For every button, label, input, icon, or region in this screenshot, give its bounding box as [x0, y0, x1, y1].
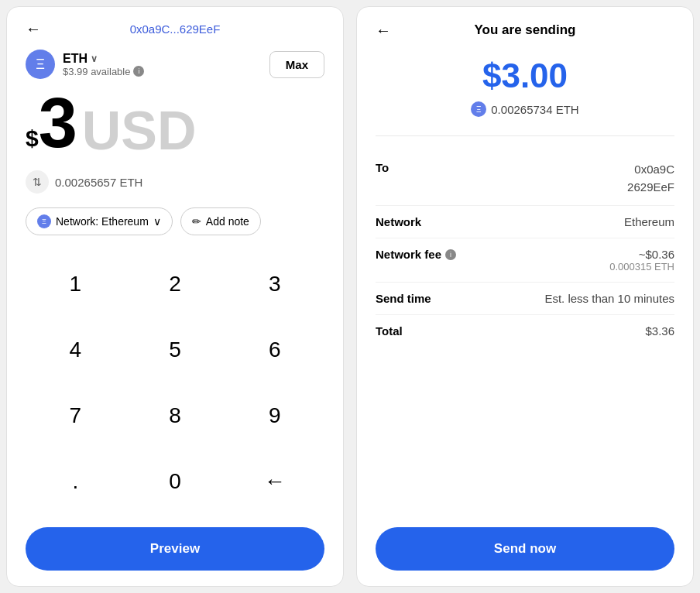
key-2[interactable]: 2 [125, 251, 225, 317]
key-8[interactable]: 8 [125, 383, 225, 449]
to-row: To 0x0a9C 2629EeF [376, 152, 674, 206]
send-time-value: Est. less than 10 minutes [544, 292, 674, 305]
key-6[interactable]: 6 [225, 317, 324, 382]
preview-button[interactable]: Preview [26, 527, 324, 571]
key-5[interactable]: 5 [125, 317, 225, 382]
total-row: Total $3.36 [376, 315, 674, 347]
fee-value: ~$0.36 [609, 248, 674, 261]
amount-display: $ 3 USD [26, 88, 324, 163]
fee-row: Network fee i ~$0.36 0.000315 ETH [376, 238, 674, 283]
network-detail-label: Network [376, 215, 421, 228]
token-left: Ξ ETH ∨ $3.99 available i [26, 50, 144, 79]
key-1[interactable]: 1 [26, 251, 125, 317]
right-header: ← You are sending [376, 22, 674, 38]
total-label: Total [376, 324, 403, 338]
numpad: 1 2 3 4 5 6 7 8 9 . 0 ← [26, 251, 324, 515]
fee-label: Network fee [376, 248, 441, 261]
add-note-button[interactable]: ✏ Add note [180, 207, 261, 235]
amount-number: 3 [39, 88, 77, 158]
key-9[interactable]: 9 [225, 383, 324, 449]
send-eth-row: Ξ 0.00265734 ETH [376, 101, 674, 117]
detail-rows: To 0x0a9C 2629EeF Network Ethereum Netwo… [376, 152, 674, 515]
send-now-button[interactable]: Send now [376, 527, 674, 571]
token-info: ETH ∨ $3.99 available i [63, 52, 144, 77]
key-dot[interactable]: . [26, 449, 125, 515]
to-address-line1: 0x0a9C [627, 161, 674, 179]
back-button-left[interactable]: ← [26, 20, 41, 38]
eth-icon-right: Ξ [471, 101, 486, 117]
total-value: $3.36 [645, 324, 674, 338]
send-eth-text: 0.00265734 ETH [491, 103, 578, 116]
info-icon-available[interactable]: i [133, 66, 144, 77]
to-address: 0x0a9C 2629EeF [627, 161, 674, 196]
to-address-line2: 2629EeF [627, 179, 674, 197]
controls-row: Ξ Network: Ethereum ∨ ✏ Add note [26, 207, 324, 235]
eth-icon-left: Ξ [26, 50, 55, 79]
you-are-sending-title: You are sending [475, 22, 576, 38]
key-4[interactable]: 4 [26, 317, 125, 382]
send-amount-usd: $3.00 [376, 57, 674, 95]
available-text: $3.99 available i [63, 66, 144, 77]
max-button[interactable]: Max [269, 51, 324, 78]
fee-label-row: Network fee i [376, 248, 456, 261]
network-button[interactable]: Ξ Network: Ethereum ∨ [26, 207, 173, 235]
token-name-label: ETH [63, 52, 88, 66]
network-row: Network Ethereum [376, 206, 674, 238]
right-panel: ← You are sending $3.00 Ξ 0.00265734 ETH… [356, 6, 694, 587]
add-note-label: Add note [206, 215, 249, 228]
swap-icon[interactable]: ⇅ [26, 170, 49, 194]
token-name-row[interactable]: ETH ∨ [63, 52, 144, 66]
network-label: Network: Ethereum [56, 215, 149, 228]
network-chevron: ∨ [153, 215, 161, 228]
key-0[interactable]: 0 [125, 449, 225, 515]
send-time-row: Send time Est. less than 10 minutes [376, 283, 674, 315]
to-label: To [376, 161, 389, 174]
token-chevron: ∨ [91, 53, 98, 64]
info-icon-fee[interactable]: i [445, 249, 456, 260]
token-row: Ξ ETH ∨ $3.99 available i Max [26, 50, 324, 79]
divider [376, 135, 674, 136]
key-3[interactable]: 3 [225, 251, 324, 317]
left-panel: ← 0x0a9C...629EeF Ξ ETH ∨ $3.99 availabl… [6, 6, 344, 587]
network-detail-value: Ethereum [624, 215, 674, 228]
key-7[interactable]: 7 [26, 383, 125, 449]
key-backspace[interactable]: ← [225, 449, 324, 515]
available-label: $3.99 available [63, 66, 130, 77]
back-button-right[interactable]: ← [376, 22, 391, 39]
eth-symbol: Ξ [36, 57, 45, 73]
usd-label: USD [82, 104, 197, 158]
address-link[interactable]: 0x0a9C...629EeF [130, 22, 221, 36]
eth-equiv-text: 0.00265657 ETH [55, 176, 142, 189]
left-header: ← 0x0a9C...629EeF [26, 22, 324, 36]
fee-eth: 0.000315 ETH [609, 261, 674, 273]
fee-value-col: ~$0.36 0.000315 ETH [609, 248, 674, 273]
pencil-icon: ✏ [192, 215, 201, 228]
eth-equivalent-row: ⇅ 0.00265657 ETH [26, 170, 324, 194]
network-eth-icon: Ξ [37, 214, 51, 228]
send-time-label: Send time [376, 292, 431, 305]
dollar-sign: $ [26, 125, 39, 152]
